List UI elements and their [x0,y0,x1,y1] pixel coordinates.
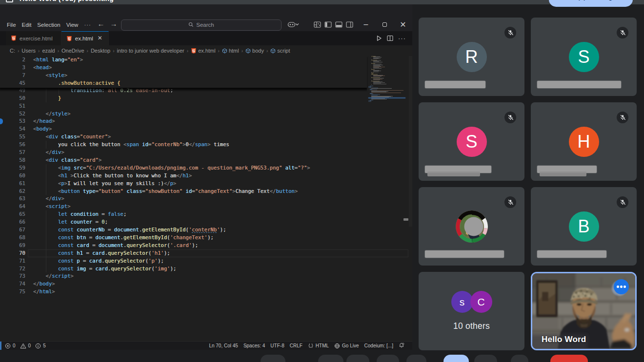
code-line-69[interactable]: 69 const card = document.querySelector('… [0,242,363,249]
breadcrumb-item[interactable]: C: [10,48,15,54]
eol-sequence[interactable]: CRLF [290,343,302,348]
code-line-73[interactable]: 73 </script> [0,272,363,280]
copilot-chevron[interactable] [295,23,299,26]
menu-selection[interactable]: Selection [34,22,63,28]
avatar: H [569,127,599,157]
indentation[interactable]: Spaces: 4 [243,343,265,348]
control-present-active[interactable] [443,355,469,362]
close-button[interactable]: ✕ [397,18,409,31]
code-line-66[interactable]: 66 let counter = 0; [0,218,363,226]
breadcrumb-symbol-body[interactable]: body [245,48,264,54]
language-mode[interactable]: HTML [308,343,329,348]
stop-presenting-button[interactable]: Stop presenting [549,0,633,7]
toggle-secondary-sidebar-button[interactable] [346,21,353,28]
breadcrumb-item[interactable]: Users [21,48,36,54]
self-video-tile[interactable]: Hello Word [531,272,637,350]
control-leave-call[interactable] [550,355,588,362]
code-line-64[interactable]: 64 <script> [0,203,363,210]
toggle-sidebar-button[interactable] [324,21,332,28]
minimize-button[interactable]: – [360,18,372,31]
code-line-68[interactable]: 68 const btn = document.getElementById('… [0,234,363,242]
code-line-53[interactable]: 53</head> [0,117,363,125]
breadcrumb-item[interactable]: OneDrive [61,48,84,54]
code-line-62[interactable]: 62 <button type="button" class="showButt… [0,188,363,195]
code-line-56[interactable]: 56 you click the button <span id="conter… [0,141,363,149]
breadcrumb-symbol-html[interactable]: html [222,48,239,54]
menu-file[interactable]: File [4,22,19,28]
code-line-65[interactable]: 65 let condition = false; [0,210,363,218]
control-camera[interactable] [318,355,343,362]
code-line-3[interactable]: 3<head> [0,64,363,72]
code-editor[interactable]: 49 transition: all 0.2s ease-in-out;50 }… [0,56,412,341]
code-line-67[interactable]: 67 const counterNb = document.getElement… [0,226,363,234]
customize-layout-button[interactable] [314,21,321,28]
control-reactions[interactable] [377,355,399,362]
breadcrumb-item[interactable]: Desktop [91,48,110,54]
code-line-61[interactable]: 61 <p>I will let you see my skills :)</p… [0,180,363,188]
sticky-scroll[interactable]: 2<html lang="en">3<head>7 <style>45 .sho… [0,56,367,88]
control-more-options[interactable] [511,355,528,362]
remote-indicator[interactable] [0,342,1,350]
control-raise-hand[interactable] [474,355,497,362]
tile-more-options-button[interactable] [614,279,629,294]
minimap[interactable] [368,56,409,334]
participant-tile-B-5[interactable]: B [531,187,637,266]
search-input[interactable]: Search [121,19,282,31]
code-line-75[interactable]: 75</html> [0,288,363,296]
code-line-57[interactable]: 57 </div> [0,149,363,156]
code-line-50[interactable]: 50 } [0,95,363,102]
code-line-52[interactable]: 52 </style> [0,110,363,118]
notifications-bell[interactable] [399,343,404,349]
info-icon[interactable] [35,343,41,349]
others-tile[interactable]: sC10 others [419,272,524,350]
code-line-55[interactable]: 55 <div class="counter"> [0,133,363,141]
breadcrumb-item[interactable]: intro to junior web developer [117,48,184,54]
menu-more[interactable]: ··· [81,22,94,28]
code-line-71[interactable]: 71 const p = card.querySelector('p'); [0,257,363,265]
breadcrumb-file[interactable]: ex.html [191,48,215,54]
codeium-status[interactable]: Codeium: [...] [364,343,393,348]
participant-tile-R-0[interactable]: R [419,18,524,96]
editor-more-actions[interactable]: ··· [398,35,406,42]
control-present-screen[interactable] [406,355,426,362]
participant-tile-photo[interactable] [419,187,524,266]
control-microphone[interactable] [261,355,285,362]
scrollbar[interactable] [409,56,412,227]
code-line-7[interactable]: 7 <style> [0,72,363,79]
encoding[interactable]: UTF-8 [270,343,284,348]
breadcrumb-item[interactable]: ezald [42,48,55,54]
tab-exercise.html[interactable]: exercise.html [6,31,61,45]
menu-edit[interactable]: Edit [19,22,35,28]
run-button[interactable] [376,35,382,41]
warnings-icon[interactable] [20,343,26,349]
cursor-position[interactable]: Ln 70, Col 45 [209,343,238,348]
code-line-74[interactable]: 74</body> [0,280,363,288]
code-line-59[interactable]: 59 <img src="C:/Users/ezald/Downloads/pn… [0,164,363,172]
code-line-51[interactable]: 51 [0,102,363,110]
participant-tile-S-2[interactable]: S [419,102,524,181]
code-line-45[interactable]: 45 .showButton:active { [0,79,363,87]
code-line-70[interactable]: 70 const h1 = card.querySelector('h1'); [0,249,363,257]
split-editor-button[interactable] [387,35,393,41]
participant-tile-S-1[interactable]: S [531,18,637,96]
nav-back-button[interactable]: ← [96,19,106,29]
maximize-button[interactable] [378,18,391,31]
close-tab-icon[interactable]: ✕ [97,35,103,42]
code-line-72[interactable]: 72 const img = card.querySelector('img')… [0,265,363,273]
menu-view[interactable]: View [63,22,81,28]
go-live-button[interactable]: Go Live [334,343,359,349]
tab-ex.html[interactable]: ex.html✕ [61,31,109,45]
control-captions[interactable] [346,355,369,362]
breadcrumb[interactable]: C:›Users›ezald›OneDrive›Desktop›intro to… [0,45,412,56]
code-line-60[interactable]: 60 <h1 >Click the button to know who I a… [0,172,363,180]
participant-tile-H-3[interactable]: H [531,102,637,181]
code-line-54[interactable]: 54<body> [0,125,363,133]
copilot-button[interactable] [287,21,296,28]
code-line-2[interactable]: 2<html lang="en"> [0,56,363,64]
nav-forward-button[interactable]: → [109,19,119,29]
code-line-63[interactable]: 63 </div> [0,195,363,203]
code-line-58[interactable]: 58 <div class="card"> [0,156,363,164]
breadcrumb-symbol-script[interactable]: script [270,48,290,54]
errors-icon[interactable] [5,343,11,349]
toggle-panel-button[interactable] [335,21,342,28]
